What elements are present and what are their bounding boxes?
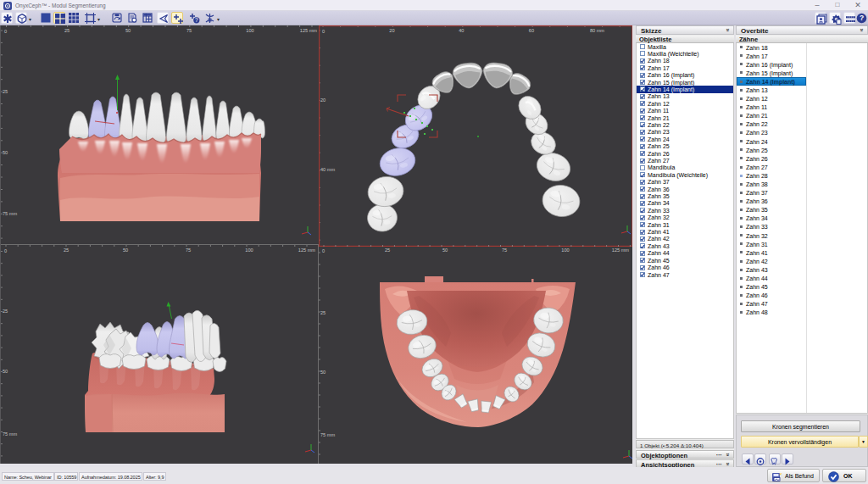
svg-text:75: 75 [502, 248, 507, 253]
svg-text:80 mm: 80 mm [590, 28, 604, 33]
svg-text:125 mm: 125 mm [298, 248, 316, 253]
svg-text:75 mm: 75 mm [3, 431, 17, 437]
svg-text:40 mm: 40 mm [320, 167, 335, 172]
svg-text:75: 75 [186, 248, 191, 253]
svg-text:25: 25 [385, 248, 390, 253]
svg-text:?: ? [860, 14, 864, 22]
svg-text:20: 20 [389, 28, 394, 33]
svg-text:20: 20 [320, 97, 326, 103]
svg-text:100: 100 [561, 248, 569, 253]
svg-text:⛅: ⛅ [779, 472, 782, 476]
svg-text:50: 50 [3, 150, 8, 155]
svg-text:75 mm: 75 mm [3, 211, 17, 216]
svg-text:25: 25 [64, 28, 70, 33]
svg-text:50: 50 [123, 248, 128, 253]
svg-text:100: 100 [245, 248, 253, 253]
svg-text:25: 25 [320, 310, 326, 315]
svg-text:75: 75 [186, 28, 192, 33]
svg-text:0: 0 [322, 29, 325, 34]
svg-text:125 mm: 125 mm [300, 28, 318, 33]
svg-text:50: 50 [320, 370, 326, 375]
svg-text:50: 50 [442, 248, 448, 253]
svg-text:25: 25 [3, 309, 8, 314]
svg-text:60: 60 [529, 28, 534, 33]
svg-text:125 mm: 125 mm [612, 248, 630, 253]
svg-text:100: 100 [246, 28, 253, 33]
svg-text:25: 25 [64, 248, 69, 253]
svg-text:0: 0 [4, 29, 7, 34]
svg-text:25: 25 [3, 89, 8, 94]
svg-text:50: 50 [3, 369, 8, 374]
svg-text:0: 0 [4, 248, 7, 253]
svg-text:75 mm: 75 mm [320, 432, 335, 437]
svg-text:?: ? [195, 17, 198, 23]
svg-text:40: 40 [459, 28, 464, 33]
svg-text:0: 0 [322, 248, 325, 253]
svg-text:50: 50 [125, 28, 131, 33]
